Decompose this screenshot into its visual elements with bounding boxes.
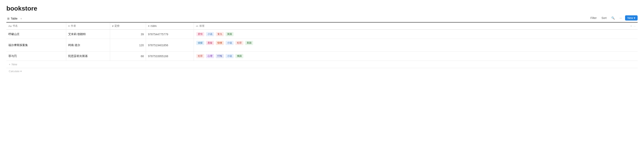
tab-table[interactable]: ⊞ Table (6, 15, 18, 22)
tag: 小说 (226, 41, 234, 45)
cell-author-1[interactable]: 柯南·道尔 (66, 39, 110, 51)
col-more-button[interactable]: ··· (634, 24, 636, 27)
col-add-button[interactable]: + (630, 24, 632, 27)
tag: 悬疑 (206, 41, 214, 45)
tag: 英国 (245, 41, 253, 45)
calculate-label: Calculate (9, 70, 20, 73)
cell-title-1[interactable]: 福尔摩斯探案集 (6, 39, 66, 51)
col-icon-author: ≡ (68, 24, 70, 27)
tag: 俄国 (235, 54, 243, 58)
col-icon-tags: ≔ (196, 24, 198, 27)
cell-price-2[interactable]: 68 (110, 52, 146, 61)
tag: 心理 (206, 54, 214, 58)
tab-add-button[interactable]: + (18, 15, 24, 22)
table-header: Aa 书名 ≡ 作者 # 定价 ≡ ISBN ≔ 标签 + ··· (6, 22, 638, 30)
col-header-author[interactable]: ≡ 作者 (66, 22, 110, 29)
col-icon-price: # (112, 24, 114, 27)
col-icon-isbn: ≡ (148, 24, 150, 27)
more-icon: ··· (620, 16, 622, 19)
cell-price-1[interactable]: 120 (110, 39, 146, 51)
add-row-label: New (12, 63, 17, 66)
tag: 犯罪 (235, 41, 243, 45)
table-row: 罪与罚 陀思妥耶夫斯基 68 9787533955168 犯罪 心理 忏悔 小说… (6, 52, 638, 61)
cell-tags-2[interactable]: 犯罪 心理 忏悔 小说 俄国 (194, 52, 638, 61)
cell-author-0[interactable]: 艾米莉·勃朗特 (66, 30, 110, 39)
tag: 小说 (206, 32, 214, 36)
cell-tags-0[interactable]: 爱情 小说 复仇 英国 (194, 30, 638, 39)
tag: 犯罪 (196, 54, 204, 58)
cell-isbn-1[interactable]: 9787519401856 (146, 39, 194, 51)
tag: 英国 (226, 32, 234, 36)
table-row: 福尔摩斯探案集 柯南·道尔 120 9787519401856 侦探 悬疑 惊悚… (6, 39, 638, 52)
tab-table-label: Table (11, 17, 17, 20)
col-icon-title: Aa (8, 24, 12, 27)
add-row-button[interactable]: + New (6, 61, 638, 68)
tag: 爱情 (196, 32, 204, 36)
sort-button[interactable]: Sort (600, 15, 608, 20)
new-dropdown-icon: ▾ (634, 16, 635, 19)
tag: 小说 (226, 54, 234, 58)
col-header-isbn[interactable]: ≡ ISBN (146, 22, 194, 29)
tag: 忏悔 (216, 54, 224, 58)
cell-title-2[interactable]: 罪与罚 (6, 52, 66, 61)
table-icon: ⊞ (7, 17, 10, 20)
calculate-icon: ▾ (20, 70, 22, 73)
cell-author-2[interactable]: 陀思妥耶夫斯基 (66, 52, 110, 61)
toolbar: ⊞ Table + Filter Sort 🔍 ··· New ▾ (6, 15, 638, 22)
cell-isbn-0[interactable]: 9787544775779 (146, 30, 194, 39)
cell-title-0[interactable]: 呼啸山庄 (6, 30, 66, 39)
search-button[interactable]: 🔍 (610, 15, 616, 20)
search-icon: 🔍 (611, 16, 615, 19)
tag: 侦探 (196, 41, 204, 45)
table-row: 呼啸山庄 艾米莉·勃朗特 39 9787544775779 爱情 小说 复仇 英… (6, 30, 638, 39)
calculate-bar[interactable]: Calculate ▾ (6, 68, 638, 74)
col-header-tags[interactable]: ≔ 标签 + ··· (194, 22, 638, 29)
new-button-label: New (628, 16, 633, 19)
add-row-icon: + (9, 63, 10, 66)
page-title: bookstore (6, 5, 638, 12)
more-button[interactable]: ··· (618, 15, 624, 20)
table: Aa 书名 ≡ 作者 # 定价 ≡ ISBN ≔ 标签 + ··· (6, 22, 638, 74)
filter-button[interactable]: Filter (589, 15, 598, 20)
col-header-title[interactable]: Aa 书名 (6, 22, 66, 29)
cell-isbn-2[interactable]: 9787533955168 (146, 52, 194, 61)
toolbar-right: Filter Sort 🔍 ··· New ▾ (589, 15, 638, 22)
tag: 惊悚 (216, 41, 224, 45)
tag: 复仇 (216, 32, 224, 36)
cell-tags-1[interactable]: 侦探 悬疑 惊悚 小说 犯罪 英国 (194, 39, 638, 51)
cell-price-0[interactable]: 39 (110, 30, 146, 39)
col-header-price[interactable]: # 定价 (110, 22, 146, 29)
new-button[interactable]: New ▾ (625, 15, 638, 20)
